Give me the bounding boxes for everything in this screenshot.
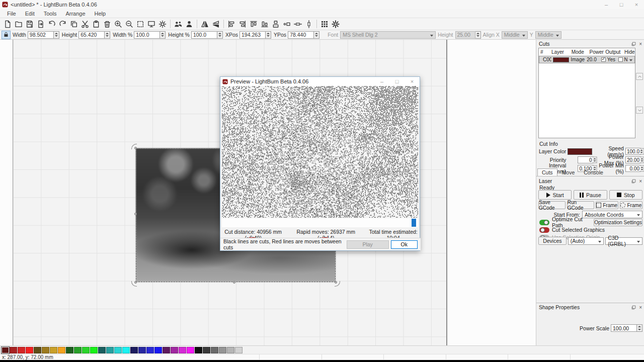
save-gcode-button[interactable]: Save GCode [538,201,566,209]
cut-layer-row[interactable]: C00Image20.0YesNo [539,56,635,63]
flip-horizontal-button[interactable] [199,19,210,29]
field-input-1[interactable]: 65.420 [78,31,105,39]
power-min-spinner[interactable] [640,165,644,172]
palette-color-17[interactable] [138,347,146,353]
distribute-vertical-button[interactable] [303,19,314,29]
field-spinner-0[interactable] [54,31,59,39]
close-panel-icon[interactable]: × [639,305,642,310]
palette-color-25[interactable] [203,347,210,353]
field-spinner-5[interactable] [314,31,319,39]
palette-color-24[interactable] [195,347,202,353]
frame-selection-button[interactable] [135,19,146,29]
palette-color-15[interactable] [122,347,130,353]
dialog-maximize-icon[interactable]: □ [389,77,405,86]
palette-color-27[interactable] [219,347,226,353]
power-min-input[interactable]: 0.00 [625,165,641,172]
palette-color-4[interactable] [34,347,41,353]
dialog-close-icon[interactable]: × [405,77,420,86]
resize-handle[interactable] [134,147,137,149]
palette-color-1[interactable] [10,347,17,353]
ungroup-objects-button[interactable] [184,19,195,29]
palette-color-9[interactable] [74,347,82,353]
resize-handle[interactable] [134,213,137,215]
palette-color-29[interactable] [235,347,243,353]
open-file-button[interactable] [13,19,24,29]
float-panel-icon[interactable] [631,42,636,46]
ok-button[interactable]: Ok [391,240,418,249]
group-objects-button[interactable] [173,19,184,29]
speed-input[interactable]: 100.0 [625,148,641,155]
palette-color-14[interactable] [114,347,122,353]
play-button[interactable]: Play [347,240,389,249]
distribute-horizontal-button[interactable] [292,19,303,29]
font-height-spinner[interactable] [475,31,481,39]
float-panel-icon[interactable] [631,179,636,184]
minimize-icon[interactable]: – [599,0,614,9]
tab-console[interactable]: Console [579,168,608,176]
power-scale-input[interactable]: 100.00 [611,324,637,332]
resize-handle[interactable] [233,281,235,284]
delete-button[interactable] [102,19,113,29]
menu-help[interactable]: Help [91,10,110,17]
save-file-button[interactable] [24,19,35,29]
field-input-0[interactable]: 98.502 [28,31,54,39]
align-top-button[interactable] [248,19,259,29]
devices-button[interactable]: Devices [538,237,567,245]
palette-color-0[interactable] [2,347,9,353]
cut-layers-list[interactable]: #LayerModePowerOutputHideC00Image20.0Yes… [538,48,635,138]
menu-arrange[interactable]: Arrange [61,10,89,17]
priority-spinner[interactable] [592,157,597,163]
palette-color-5[interactable] [42,347,49,353]
run-gcode-button[interactable]: Run GCode [567,201,594,209]
undo-button[interactable] [46,19,57,29]
layer-color-swatch[interactable] [553,57,569,62]
palette-color-10[interactable] [82,347,90,353]
align-bottom-button[interactable] [259,19,270,29]
layer-up-button[interactable] [636,73,643,80]
palette-color-21[interactable] [171,347,178,353]
maximize-icon[interactable]: □ [614,0,629,9]
palette-color-23[interactable] [187,347,194,353]
device-type-select[interactable]: C3D (GRBL) [605,237,642,245]
layer-color-swatch[interactable] [568,148,592,155]
lock-aspect-button[interactable] [2,31,11,39]
flip-vertical-button[interactable] [210,19,221,29]
menu-tools[interactable]: Tools [40,10,61,17]
align-center-button[interactable] [270,19,281,29]
speed-spinner[interactable] [640,148,644,155]
frame-square-button[interactable]: Frame [596,201,618,209]
new-file-button[interactable] [2,19,13,29]
tab-cuts[interactable]: Cuts [537,168,557,176]
palette-color-7[interactable] [58,347,65,353]
field-spinner-2[interactable] [160,31,166,39]
palette-color-26[interactable] [211,347,218,353]
slider-thumb[interactable] [412,219,416,227]
power-max-spinner[interactable] [640,157,644,163]
font-height-input[interactable]: 25.00 [455,31,475,39]
dialog-minimize-icon[interactable]: – [374,77,389,86]
machine-settings-button[interactable] [330,19,341,29]
import-button[interactable] [35,19,46,29]
palette-color-22[interactable] [179,347,186,353]
align-y-select[interactable]: Middle [535,31,561,39]
field-input-3[interactable]: 100.0 [191,31,217,39]
paste-button[interactable] [91,19,102,29]
close-icon[interactable]: × [629,0,644,9]
redo-button[interactable] [57,19,68,29]
device-settings-button[interactable] [157,19,168,29]
output-checkbox[interactable] [601,57,606,62]
palette-color-12[interactable] [98,347,106,353]
field-spinner-1[interactable] [105,31,110,39]
preview-dialog-titlebar[interactable]: Preview - LightBurn Beta 0.4.06 – □ × [220,77,420,86]
start-button[interactable]: Start [538,190,572,200]
zoom-out-button[interactable] [124,19,135,29]
palette-color-2[interactable] [18,347,25,353]
palette-color-11[interactable] [90,347,98,353]
stop-button[interactable]: Stop [609,190,642,200]
copy-button[interactable] [68,19,79,29]
hide-checkbox[interactable] [618,57,623,62]
field-input-4[interactable]: 194.263 [239,31,266,39]
power-max-input[interactable]: 20.00 [625,156,641,163]
palette-color-19[interactable] [154,347,162,353]
priority-input[interactable]: 0 [578,156,593,163]
